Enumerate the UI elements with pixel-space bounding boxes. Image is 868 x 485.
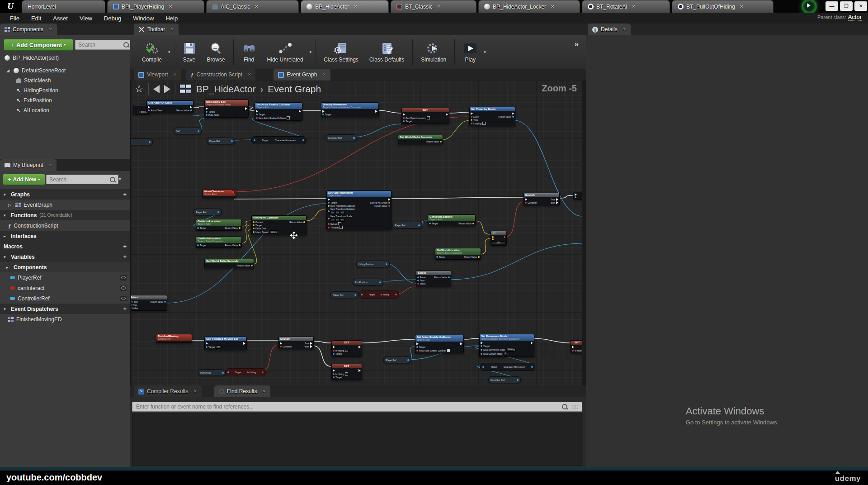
pill-hp[interactable]: Hiding Position (356, 261, 390, 267)
pin-target[interactable]: Target (481, 345, 516, 347)
toolbar-simulation-button[interactable]: Simulation (415, 40, 452, 65)
node-gal1[interactable]: GetActorLocationTarget is ActorTargetRet… (196, 219, 242, 231)
delegate-pin-icon[interactable] (232, 190, 235, 193)
expander-icon[interactable]: ◢ (6, 68, 11, 73)
pill-pr1[interactable]: Player Ref (207, 138, 235, 144)
mybp-row-functions[interactable]: ▾Functions(21 Overridable) (0, 210, 130, 220)
bottom-tab-compiler-results[interactable]: >Compiler Results✕ (134, 385, 202, 397)
pin-exec[interactable] (492, 236, 496, 238)
graph-tab-viewport[interactable]: Viewport✕ (134, 69, 181, 81)
vec3-fields[interactable]: 1.01.01.0 (330, 218, 352, 222)
node-field[interactable]: 600 (492, 241, 505, 244)
field-value[interactable]: Walking (506, 348, 516, 352)
pin-target[interactable]: Target (416, 346, 450, 348)
pin-return-value[interactable]: Return Value (434, 276, 450, 279)
close-icon[interactable]: ✕ (322, 72, 326, 77)
checkbox[interactable] (427, 116, 430, 119)
pin-return-value[interactable]: Return Value (225, 227, 241, 229)
nav-forward-icon[interactable] (164, 85, 170, 93)
section-caret-icon[interactable]: ▾ (4, 192, 8, 197)
pin-exec[interactable] (416, 342, 450, 345)
pin-current[interactable]: Current (253, 221, 278, 223)
pin-looping[interactable]: Looping (471, 122, 486, 125)
graph-tab-event-graph[interactable]: Event Graph✕ (274, 69, 330, 81)
pill-ep[interactable]: Exit Position (353, 279, 383, 285)
pill-pr4[interactable]: Player Ref (330, 291, 359, 298)
filter-eye-icon[interactable]: ◉▾ (115, 176, 121, 181)
pin-return-value[interactable]: Return Value (458, 222, 474, 225)
pin-exec[interactable] (375, 110, 377, 113)
node-setinv[interactable]: SETCan Open InventoryTarget (401, 108, 449, 124)
toolbar-play-button[interactable]: Play (458, 40, 483, 65)
pin-target[interactable]: Target (197, 244, 206, 247)
node-set1[interactable]: SETIs HidingTarget (331, 340, 362, 357)
node-saec1[interactable]: Set Actor Enable CollisionTarget is Acto… (255, 102, 302, 121)
pin-index[interactable]: Index (417, 282, 425, 285)
node-dm[interactable]: Disable MovementTarget is Character Move… (321, 102, 379, 117)
myblueprint-tab[interactable]: My Blueprint✕ (0, 159, 57, 171)
pin-false[interactable]: False (550, 201, 558, 204)
pin-exec[interactable] (575, 193, 579, 196)
pin-can-open-inventory[interactable]: Can Open Inventory (403, 116, 430, 119)
pin-exec[interactable] (512, 112, 514, 115)
details-tab[interactable]: i Details✕ (588, 24, 631, 35)
pin-false[interactable]: False (131, 300, 138, 303)
close-icon[interactable]: ✕ (255, 4, 258, 9)
pin-new-actor-enable-collision[interactable]: New Actor Enable Collision (256, 116, 290, 119)
pin-target[interactable]: Target (253, 224, 278, 227)
pin-event[interactable]: Event (471, 115, 486, 118)
component-row-DefaultSceneRoot[interactable]: ◢DefaultSceneRoot (6, 66, 66, 75)
pill-selfpill[interactable]: Self (174, 128, 202, 134)
binoculars-icon[interactable] (572, 405, 578, 409)
visibility-eye-icon[interactable] (120, 285, 127, 291)
parent-class-value[interactable]: Actor (848, 14, 862, 21)
pin-target[interactable]: Target (328, 201, 355, 204)
section-caret-icon[interactable]: ▸ (4, 234, 8, 238)
node-saec2[interactable]: Set Actor Enable CollisionTarget is Acto… (415, 335, 464, 353)
node-br1[interactable]: BranchConditionTrueFalse (524, 193, 560, 205)
pin-hide-actor[interactable]: Hide Actor (206, 114, 219, 116)
node-gaoc[interactable]: Get Actor Of ClassActor ClassReturn Valu… (146, 100, 193, 113)
section-caret-icon[interactable]: ▾ (4, 213, 8, 218)
pin-teleport[interactable]: Teleport (328, 226, 355, 229)
doc-tab-HorrorLevel[interactable]: HorrorLevel (22, 0, 105, 13)
pin-exec[interactable] (333, 369, 348, 372)
pin-exec[interactable] (460, 342, 462, 345)
pin-target[interactable]: Target (206, 110, 219, 113)
section-caret-icon[interactable]: ▾ (4, 255, 8, 259)
component-row-HidingPosition[interactable]: ↖HidingPosition (16, 86, 58, 95)
menu-edit[interactable]: Edit (26, 14, 47, 23)
breadcrumb-leaf[interactable]: Event Graph (268, 84, 321, 95)
pin-exec[interactable] (190, 106, 192, 109)
menu-window[interactable]: Window (127, 14, 159, 23)
doc-tab-BPI_PlayerHiding[interactable]: BPI_PlayerHiding✕ (107, 0, 204, 13)
section-caret-icon[interactable]: ▾ (4, 307, 8, 311)
pin-exec[interactable] (148, 106, 162, 109)
mybp-row-macros[interactable]: Macros+ (0, 241, 130, 252)
pin-target[interactable]: Target (322, 113, 331, 116)
toolbar-save-button[interactable]: Save (177, 40, 202, 65)
doc-tab-BT_PullOutOfHiding[interactable]: BT_PullOutOfHiding✕ (672, 0, 774, 13)
pin-new-actor-enable-collision[interactable]: New Actor Enable Collision (416, 349, 450, 352)
vec-field[interactable]: 1.0 (340, 218, 344, 222)
node-gwds1[interactable]: Get World Delta SecondsReturn Value (398, 135, 443, 144)
node-des[interactable]: Did Enemy SeeTarget is BPI Player Hiding… (204, 100, 249, 118)
pin-new-transform-location[interactable]: New Transform Location (328, 204, 355, 207)
chevron-down-icon[interactable]: ▾ (484, 50, 486, 54)
mybp-row-caninteract[interactable]: canInteract (0, 283, 130, 293)
mybp-row-variables[interactable]: ▾Variables+ (0, 252, 130, 262)
node-stub2[interactable] (573, 192, 582, 200)
pin-exec[interactable] (504, 236, 505, 238)
get-gih2[interactable]: TargetIs Hiding (225, 368, 266, 376)
pin-exec[interactable] (322, 110, 331, 113)
pill-pr5[interactable]: Player Ref (198, 369, 226, 376)
close-icon[interactable]: ✕ (263, 389, 266, 394)
pin-target[interactable]: Target (333, 376, 348, 379)
get-gcm2[interactable]: TargetCharacter Movement (480, 363, 535, 371)
pin-new-movement-mode[interactable]: New Movement ModeWalking (481, 348, 516, 352)
doc-tab-BT_RotateAI[interactable]: BT_RotateAI✕ (582, 0, 670, 13)
checkbox[interactable] (287, 116, 290, 119)
pin-exec[interactable] (531, 342, 533, 344)
pin-target[interactable]: Target (429, 222, 438, 225)
pill-ctrl2[interactable]: Controller Ref (488, 376, 521, 383)
